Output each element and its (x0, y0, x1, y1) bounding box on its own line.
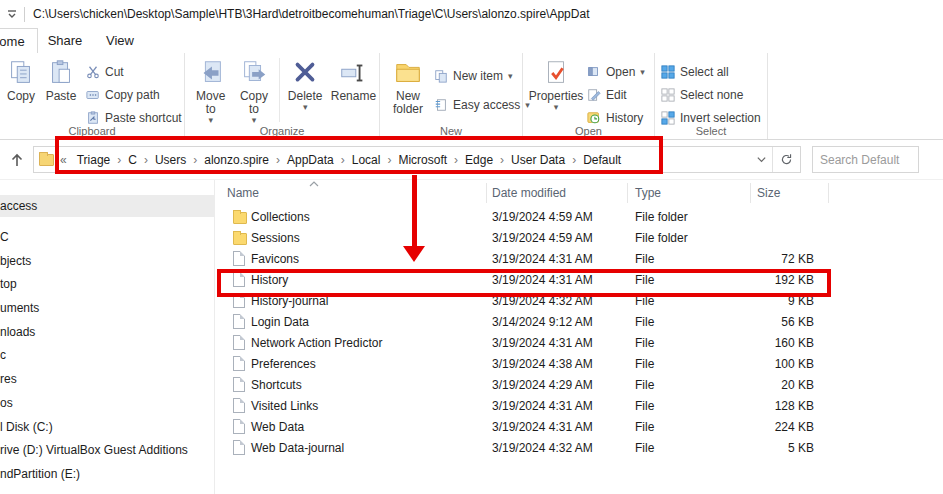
tab-home[interactable]: ome (0, 28, 38, 53)
quick-access-toolbar-icon[interactable] (6, 8, 18, 20)
file-size: 9 KB (750, 294, 814, 308)
file-row[interactable]: Preferences3/19/2024 4:38 AMFile100 KB (215, 354, 943, 375)
navigation-pane: accessCbjectstopumentsnloadscresosl Disk… (0, 180, 215, 494)
sidebar-item[interactable]: ndPartition (E:) (0, 463, 214, 485)
breadcrumb-overflow-icon[interactable]: « (60, 153, 67, 167)
file-row[interactable]: Network Action Predictor3/19/2024 4:31 A… (215, 333, 943, 354)
select-none-button[interactable]: Select none (661, 83, 761, 106)
file-row[interactable]: Sessions3/19/2024 4:59 AMFile folder (215, 228, 943, 249)
file-name: Shortcuts (251, 378, 302, 392)
file-row[interactable]: Web Data3/19/2024 4:31 AMFile224 KB (215, 417, 943, 438)
select-all-button-label: Select all (680, 65, 729, 79)
file-icon (233, 356, 245, 371)
file-icon (233, 398, 245, 413)
breadcrumb-item[interactable]: Users (149, 153, 192, 167)
select-all-icon (661, 65, 675, 79)
paste-button[interactable]: Paste (40, 56, 82, 103)
column-divider[interactable] (828, 183, 829, 203)
file-size: 100 KB (750, 357, 814, 371)
breadcrumb-item[interactable]: Edge (459, 153, 499, 167)
sidebar-item[interactable]: res (0, 368, 214, 390)
open-button[interactable]: Open ▾ (587, 60, 645, 83)
breadcrumb-item[interactable]: alonzo.spire (198, 153, 275, 167)
sidebar-item[interactable]: top (0, 273, 214, 295)
easy-access-button[interactable]: Easy access ▾ (434, 93, 530, 116)
file-row[interactable]: History3/19/2024 4:31 AMFile192 KB (215, 270, 943, 291)
refresh-button[interactable] (772, 147, 800, 172)
file-row[interactable]: Login Data3/14/2024 9:12 AMFile56 KB (215, 312, 943, 333)
sidebar-item[interactable]: bjects (0, 250, 214, 272)
titlebar-separator (24, 7, 25, 22)
file-row[interactable]: Visited Links3/19/2024 4:31 AMFile128 KB (215, 396, 943, 417)
copy-button[interactable]: Copy (2, 56, 40, 103)
file-name: History (251, 273, 288, 287)
breadcrumb-item[interactable]: C (122, 153, 143, 167)
sidebar-item[interactable]: l Disk (C:) (0, 416, 214, 438)
breadcrumb-item[interactable]: AppData (281, 153, 340, 167)
delete-button[interactable]: Delete ▾ (283, 56, 328, 111)
file-size: 5 KB (750, 441, 814, 455)
open-icon (587, 65, 601, 79)
edit-button[interactable]: Edit (587, 83, 645, 106)
column-divider[interactable] (750, 183, 751, 203)
column-header-type[interactable]: Type (635, 186, 661, 200)
breadcrumb-item[interactable]: Default (577, 153, 627, 167)
new-folder-button-label: New folder (386, 90, 430, 116)
ribbon-group-clipboard: Copy Paste Cut (0, 53, 185, 139)
up-button[interactable] (4, 147, 30, 173)
address-bar[interactable]: « Triage›C›Users›alonzo.spire›AppData›Lo… (33, 146, 801, 173)
rename-icon (338, 58, 368, 88)
breadcrumb-item[interactable]: Triage (71, 153, 117, 167)
file-row[interactable]: Favicons3/19/2024 4:31 AMFile72 KB (215, 249, 943, 270)
copy-path-button[interactable]: Copy path (86, 83, 182, 106)
column-header-date-modified[interactable]: Date modified (492, 186, 566, 200)
file-row[interactable]: Collections3/19/2024 4:59 AMFile folder (215, 207, 943, 228)
group-label-open: Open (523, 125, 654, 137)
breadcrumb-item[interactable]: Local (346, 153, 387, 167)
sidebar-item[interactable]: c (0, 344, 214, 366)
new-folder-button[interactable]: New folder (386, 56, 430, 116)
column-divider[interactable] (486, 183, 487, 203)
file-name: Visited Links (251, 399, 318, 413)
sidebar-item[interactable]: os (0, 392, 214, 414)
file-date-modified: 3/19/2024 4:31 AM (492, 420, 593, 434)
column-divider[interactable] (627, 183, 628, 203)
breadcrumb-item[interactable]: User Data (505, 153, 571, 167)
column-header-size[interactable]: Size (757, 186, 780, 200)
sidebar-item[interactable]: nloads (0, 321, 214, 343)
select-all-button[interactable]: Select all (661, 60, 761, 83)
new-item-button[interactable]: New item ▾ (434, 64, 530, 87)
file-name: Collections (251, 210, 310, 224)
ribbon-group-new: New folder New item ▾ Easy access (380, 53, 523, 139)
tab-view[interactable]: View (95, 28, 145, 53)
sidebar-item[interactable]: uments (0, 297, 214, 319)
file-type: File folder (635, 231, 688, 245)
tab-share[interactable]: Share (40, 28, 90, 53)
address-dropdown-icon[interactable] (750, 154, 772, 165)
properties-button[interactable]: Properties ▾ (527, 56, 585, 111)
column-header-name[interactable]: Name (227, 186, 259, 200)
file-row[interactable]: Web Data-journal3/19/2024 4:32 AMFile5 K… (215, 438, 943, 459)
search-input[interactable] (812, 146, 919, 173)
copy-to-dropdown-icon: ▾ (252, 116, 257, 124)
file-name: Favicons (251, 252, 299, 266)
file-size: 160 KB (750, 336, 814, 350)
file-rows: Collections3/19/2024 4:59 AMFile folderS… (215, 207, 943, 459)
file-type: File (635, 315, 654, 329)
file-row[interactable]: Shortcuts3/19/2024 4:29 AMFile20 KB (215, 375, 943, 396)
cut-button[interactable]: Cut (86, 60, 182, 83)
copy-to-button[interactable]: Copy to ▾ (232, 56, 275, 124)
sidebar-item[interactable]: access (0, 195, 214, 217)
file-date-modified: 3/14/2024 9:12 AM (492, 315, 593, 329)
invert-selection-icon (661, 111, 675, 125)
sidebar-item[interactable]: C (0, 226, 214, 248)
file-row[interactable]: History-journal3/19/2024 4:32 AMFile9 KB (215, 291, 943, 312)
breadcrumb-item[interactable]: Microsoft (392, 153, 453, 167)
sidebar-item[interactable]: rive (D:) VirtualBox Guest Additions (0, 439, 214, 461)
rename-button[interactable]: Rename (328, 56, 379, 103)
ribbon: Copy Paste Cut (0, 53, 943, 140)
file-type: File (635, 294, 654, 308)
copy-icon (6, 58, 36, 88)
move-to-button[interactable]: Move to ▾ (189, 56, 232, 124)
up-arrow-icon (9, 152, 25, 168)
